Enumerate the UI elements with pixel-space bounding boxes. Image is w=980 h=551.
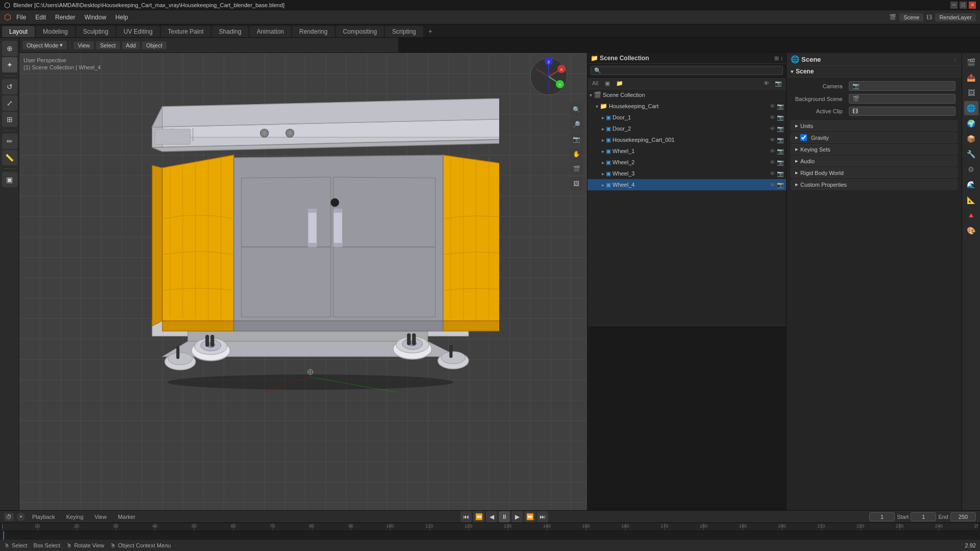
start-frame-input[interactable] [911, 512, 936, 521]
expand-icon[interactable]: ▸ [602, 160, 604, 165]
expand-icon[interactable]: ▸ [602, 182, 604, 188]
render-props-tab[interactable]: 🎬 [964, 55, 978, 69]
vis-eye-icon[interactable]: 👁 [770, 148, 775, 154]
play-reverse-btn[interactable]: ◀ [486, 511, 497, 522]
vis-render-icon[interactable]: 📷 [777, 148, 784, 155]
gravity-enabled-checkbox[interactable] [800, 134, 807, 141]
object-props-tab[interactable]: 📦 [964, 132, 978, 146]
workspace-tab-modeling[interactable]: Modeling [36, 26, 75, 37]
filter-collections-btn[interactable]: 📁 [614, 79, 625, 88]
timeline-ruler[interactable]: 1102030405060708090100110120130140150160… [2, 523, 978, 531]
gravity-header[interactable]: ▸ Gravity [791, 133, 957, 142]
step-fwd-btn[interactable]: ⏩ [524, 511, 535, 522]
vis-eye-icon[interactable]: 👁 [770, 182, 775, 188]
rotate-tool[interactable]: ↺ [2, 79, 17, 94]
move-view-button[interactable]: ✋ [570, 147, 583, 161]
outliner-wheel1[interactable]: ▸ ▣ Wheel_1 👁 📷 [587, 145, 786, 157]
annotate-tool[interactable]: ✏ [2, 134, 17, 149]
view-menu-button[interactable]: View [74, 41, 94, 49]
playback-menu-btn[interactable]: Playback [28, 513, 59, 521]
vis-render-icon[interactable]: 📷 [777, 103, 784, 110]
keying-menu-btn[interactable]: Keying [62, 513, 88, 521]
camera-view-button[interactable]: 📷 [570, 133, 583, 146]
custom-props-header[interactable]: ▸ Custom Properties [791, 180, 957, 189]
filter-render-btn[interactable]: 📷 [773, 79, 784, 88]
nav-gizmo[interactable]: X Y Z [528, 56, 569, 97]
maximize-button[interactable]: □ [960, 2, 967, 9]
vis-render-icon[interactable]: 📷 [777, 159, 784, 166]
outliner-housekeeping-cart[interactable]: ▾ 📁 Housekeeping_Cart 👁 📷 [587, 101, 786, 112]
vis-eye-icon[interactable]: 👁 [770, 170, 775, 177]
object-mode-button[interactable]: Object Mode ▾ [22, 41, 67, 49]
scene-selector[interactable]: Scene [899, 13, 923, 21]
marker-menu-btn[interactable]: Marker [114, 513, 139, 521]
render-preview-button[interactable]: 🎬 [570, 162, 583, 176]
expand-icon[interactable]: ▾ [596, 104, 598, 109]
camera-value[interactable]: 📷 [849, 81, 955, 91]
measure-tool[interactable]: 📏 [2, 150, 17, 165]
view-layer-props-tab[interactable]: 🖼 [964, 86, 978, 100]
workspace-tab-rendering[interactable]: Rendering [292, 26, 334, 37]
menu-edit[interactable]: Edit [31, 12, 50, 22]
output-props-tab[interactable]: 📤 [964, 70, 978, 85]
viewport-3d[interactable]: User Perspective (1) Scene Collection | … [19, 53, 587, 510]
outliner-wheel2[interactable]: ▸ ▣ Wheel_2 👁 📷 [587, 157, 786, 168]
outliner-filter-btn[interactable]: ⊞ [774, 55, 779, 62]
menu-render[interactable]: Render [51, 12, 79, 22]
vis-eye-icon[interactable]: 👁 [770, 114, 775, 120]
step-back-btn[interactable]: ⏪ [473, 511, 484, 522]
outliner-cart001[interactable]: ▸ ▣ Housekeeping_Cart_001 👁 📷 [587, 134, 786, 145]
expand-icon[interactable]: ▸ [602, 115, 604, 120]
view-menu-btn[interactable]: View [90, 513, 111, 521]
vis-render-icon[interactable]: 📷 [777, 182, 784, 188]
close-button[interactable]: ✕ [969, 2, 976, 9]
workspace-tab-animation[interactable]: Animation [250, 26, 291, 37]
audio-header[interactable]: ▸ Audio [791, 156, 957, 166]
play-btn[interactable]: ▶ [511, 511, 523, 522]
menu-file[interactable]: File [12, 12, 30, 22]
filter-all-btn[interactable]: All [590, 79, 601, 88]
select-menu-button[interactable]: Select [96, 41, 120, 49]
cursor-tool[interactable]: ⊕ [2, 41, 17, 56]
particles-props-tab[interactable]: ⚙ [964, 162, 978, 177]
rigid-body-header[interactable]: ▸ Rigid Body World [791, 168, 957, 178]
scene-section-header[interactable]: ▾ Scene [787, 66, 962, 78]
data-props-tab[interactable]: 🔺 [964, 208, 978, 222]
add-workspace-tab[interactable]: + [424, 25, 436, 37]
filter-objects-btn[interactable]: ▣ [602, 79, 613, 88]
scene-props-tab[interactable]: 🌐 [964, 101, 978, 115]
modifier-props-tab[interactable]: 🔧 [964, 147, 978, 161]
stop-btn[interactable]: ⏸ [499, 511, 510, 522]
object-menu-button[interactable]: Object [142, 41, 166, 49]
vis-eye-icon[interactable]: 👁 [770, 159, 775, 165]
physics-props-tab[interactable]: 🌊 [964, 178, 978, 192]
outliner-search-input[interactable] [591, 66, 783, 75]
vis-render-icon[interactable]: 📷 [777, 114, 784, 121]
menu-help[interactable]: Help [111, 12, 132, 22]
minimize-button[interactable]: ─ [950, 2, 958, 9]
workspace-tab-sculpting[interactable]: Sculpting [76, 26, 115, 37]
render-button[interactable]: 🖼 [570, 177, 583, 190]
vis-eye-icon[interactable]: 👁 [770, 137, 775, 143]
vis-render-icon[interactable]: 📷 [777, 126, 784, 132]
vis-render-icon[interactable]: 📷 [777, 170, 784, 177]
workspace-tab-uv-editing[interactable]: UV Editing [116, 26, 160, 37]
constraints-props-tab[interactable]: 📐 [964, 193, 978, 207]
add-cube-tool[interactable]: ▣ [2, 172, 17, 187]
vis-eye-icon[interactable]: 👁 [770, 126, 775, 132]
world-props-tab[interactable]: 🌍 [964, 116, 978, 131]
units-header[interactable]: ▸ Units [791, 121, 957, 131]
transform-tool[interactable]: ⊞ [2, 112, 17, 127]
workspace-tab-layout[interactable]: Layout [2, 26, 35, 37]
timeline-menu-btn[interactable]: ⏱ [4, 513, 14, 521]
render-layer-selector[interactable]: RenderLayer [935, 13, 976, 21]
props-options-btn[interactable]: ⋮ [952, 57, 958, 62]
material-props-tab[interactable]: 🎨 [964, 223, 978, 238]
menu-window[interactable]: Window [80, 12, 110, 22]
outliner-wheel4[interactable]: ▸ ▣ Wheel_4 👁 📷 [587, 179, 786, 190]
workspace-tab-texture-paint[interactable]: Texture Paint [161, 26, 211, 37]
filter-vis-eye-btn[interactable]: 👁 [761, 79, 772, 88]
outliner-door1[interactable]: ▸ ▣ Door_1 👁 📷 [587, 112, 786, 123]
outliner-sync-btn[interactable]: ↕ [780, 55, 783, 62]
keying-sets-header[interactable]: ▸ Keying Sets [791, 144, 957, 154]
